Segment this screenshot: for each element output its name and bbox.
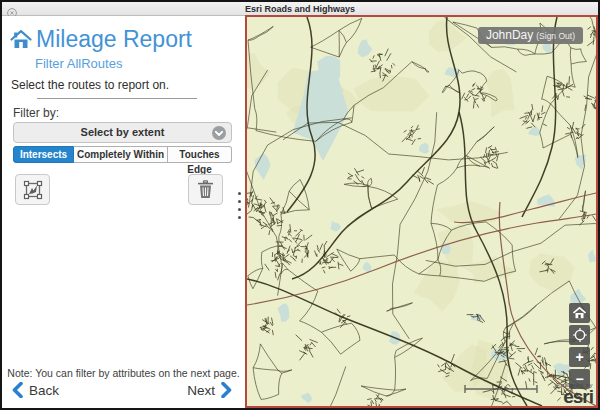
dropdown-selected-value: Select by extent [14,123,231,142]
home-icon [10,29,32,50]
map-controls: + − [569,303,590,389]
locate-icon [573,328,587,342]
chevron-right-icon [221,382,232,398]
zoom-in-button[interactable]: + [569,347,590,367]
page-title: Mileage Report [36,26,192,53]
mileage-report-panel: Mileage Report Filter AllRoutes Select t… [2,16,245,408]
draw-extent-icon [23,180,43,200]
app-window: Esri Roads and Highways Mileage Report F… [0,0,600,410]
page-subtitle: Filter AllRoutes [35,56,122,71]
filter-by-label: Filter by: [13,106,59,120]
home-extent-icon [573,307,586,319]
trash-icon [197,180,214,199]
draw-extent-button[interactable] [15,174,50,205]
tab-touches-edge[interactable]: Touches Edge [168,146,232,163]
user-name: JohnDay [486,27,533,44]
delete-selection-button[interactable] [188,174,223,205]
next-button[interactable]: Next [187,379,232,401]
back-label: Back [29,383,59,398]
esri-logo: Powered by esri [556,382,593,406]
chevron-down-icon [212,126,226,140]
next-label: Next [187,383,215,398]
sign-out-label: (Sign Out) [536,31,575,41]
note-text: Note: You can filter by attributes on th… [2,367,245,379]
locate-button[interactable] [569,325,590,345]
window-title: Esri Roads and Highways [2,2,598,16]
window-titlebar: Esri Roads and Highways [2,2,598,16]
select-method-dropdown[interactable]: Select by extent [13,122,232,143]
chevron-left-icon [12,382,23,398]
map-canvas[interactable]: JohnDay (Sign Out) + [245,15,598,408]
instruction-text: Select the routes to report on. [11,78,169,92]
divider [37,98,197,99]
tab-completely-within[interactable]: Completely Within [74,146,168,163]
spatial-relation-tabs: Intersects Completely Within Touches Edg… [13,146,232,163]
home-extent-button[interactable] [569,303,590,323]
back-button[interactable]: Back [12,379,59,401]
map-terrain [247,17,596,406]
sign-out-button[interactable]: JohnDay (Sign Out) [478,27,583,44]
panel-heading: Mileage Report [10,26,192,53]
panel-resize-handle[interactable] [236,192,242,224]
esri-brand: esri [556,387,593,406]
tab-intersects[interactable]: Intersects [13,146,74,163]
